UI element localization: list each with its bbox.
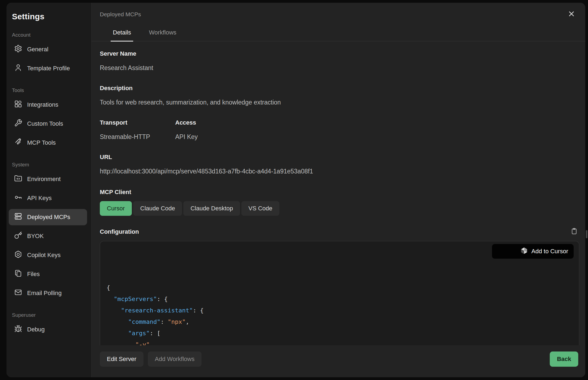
panel-header: Deployed MCPs <box>100 3 579 19</box>
close-button[interactable] <box>567 10 576 19</box>
access-value: API Key <box>175 133 579 141</box>
sidebar-item-label: Email Polling <box>27 290 62 297</box>
sidebar-item-integrations[interactable]: Integrations <box>9 97 87 113</box>
mcp-client-chip-claude-desktop[interactable]: Claude Desktop <box>183 201 240 216</box>
sidebar-item-byok[interactable]: BYOK <box>9 228 87 244</box>
settings-sidebar: Settings AccountGeneralTemplate ProfileT… <box>7 3 92 377</box>
page-backdrop: Settings AccountGeneralTemplate ProfileT… <box>0 0 588 380</box>
access-label: Access <box>175 119 579 126</box>
sidebar-item-label: Copilot Keys <box>27 252 61 259</box>
add-to-cursor-label: Add to Cursor <box>531 248 568 255</box>
panel-scroll-area[interactable]: Deployed MCPs DetailsWorkflows Server Na… <box>92 3 585 345</box>
gear-icon <box>14 45 22 54</box>
sidebar-item-label: Custom Tools <box>27 120 63 127</box>
url-field: URL http://localhost:3000/api/mcp/serve/… <box>100 154 579 175</box>
code-line: "args": [ <box>107 328 573 339</box>
code-line: "command": "npx", <box>107 316 573 328</box>
add-workflows-button[interactable]: Add Workflows <box>148 352 202 367</box>
add-to-cursor-button[interactable]: Add to Cursor <box>492 244 574 259</box>
sidebar-item-copilot-keys[interactable]: Copilot Keys <box>9 247 87 263</box>
cursor-cube-icon <box>497 241 528 263</box>
mcp-client-chip-cursor[interactable]: Cursor <box>100 201 132 216</box>
clipboard-icon <box>571 228 578 236</box>
footer-left-buttons: Edit Server Add Workflows <box>100 352 202 367</box>
server-icon <box>14 212 22 222</box>
code-lines: { "mcpServers": { "research-assistant": … <box>107 282 573 345</box>
code-line: "research-assistant": { <box>107 305 573 316</box>
description-label: Description <box>100 85 579 92</box>
code-line: { <box>107 282 573 293</box>
sidebar-item-api-keys[interactable]: API Keys <box>9 190 87 206</box>
mcp-client-chip-vs-code[interactable]: VS Code <box>241 201 279 216</box>
hexagon-icon <box>14 250 22 260</box>
bug-icon <box>14 325 22 334</box>
sidebar-item-label: General <box>27 46 48 53</box>
mcp-client-chip-claude-code[interactable]: Claude Code <box>133 201 182 216</box>
settings-modal: Settings AccountGeneralTemplate ProfileT… <box>7 3 585 377</box>
sidebar-item-label: BYOK <box>27 233 44 240</box>
copy-configuration-button[interactable] <box>571 228 578 236</box>
sidebar-item-template-profile[interactable]: Template Profile <box>9 60 87 77</box>
description-field: Description Tools for web research, summ… <box>100 85 579 106</box>
sidebar-item-label: Debug <box>27 326 45 333</box>
code-line: "mcpServers": { <box>107 293 573 305</box>
sidebar-item-label: API Keys <box>27 195 52 202</box>
key-round-icon <box>14 231 22 241</box>
configuration-code-block[interactable]: Add to Cursor { "mcpServers": { "researc… <box>100 241 579 345</box>
page-scrollbar-thumb[interactable] <box>586 230 587 238</box>
sidebar-item-custom-tools[interactable]: Custom Tools <box>9 116 87 132</box>
transport-field: Transport Streamable-HTTP <box>100 119 175 141</box>
mcp-client-label: MCP Client <box>100 189 579 196</box>
sidebar-item-label: Environment <box>27 176 61 183</box>
sidebar-item-mcp-tools[interactable]: MCP Tools <box>9 135 87 151</box>
sidebar-item-environment[interactable]: Environment <box>9 171 87 187</box>
panel-title: Deployed MCPs <box>100 11 141 18</box>
mcp-client-chips: CursorClaude CodeClaude DesktopVS Code <box>100 201 579 216</box>
sidebar-item-files[interactable]: Files <box>9 266 87 282</box>
sidebar-item-debug[interactable]: Debug <box>9 321 87 338</box>
url-label: URL <box>100 154 579 161</box>
description-value: Tools for web research, summarization, a… <box>100 99 579 106</box>
sidebar-item-deployed-mcps[interactable]: Deployed MCPs <box>9 209 87 225</box>
transport-value: Streamable-HTTP <box>100 133 175 141</box>
sidebar-item-label: MCP Tools <box>27 139 56 146</box>
mcp-client-section: MCP Client CursorClaude CodeClaude Deskt… <box>100 189 579 216</box>
mcp-icon <box>14 138 22 148</box>
deployed-mcps-panel: Deployed MCPs DetailsWorkflows Server Na… <box>92 3 585 377</box>
tab-workflows[interactable]: Workflows <box>147 26 178 41</box>
wrench-icon <box>14 119 22 129</box>
sidebar-sections: AccountGeneralTemplate ProfileToolsInteg… <box>9 32 87 338</box>
edit-server-button[interactable]: Edit Server <box>100 352 143 367</box>
server-name-label: Server Name <box>100 50 579 57</box>
configuration-row: Configuration <box>100 228 579 236</box>
close-icon <box>567 10 576 19</box>
configuration-label: Configuration <box>100 228 139 235</box>
server-name-value: Research Assistant <box>100 64 579 72</box>
server-name-field: Server Name Research Assistant <box>100 50 579 72</box>
url-value: http://localhost:3000/api/mcp/serve/4853… <box>100 168 579 175</box>
folder-code-icon <box>14 174 22 184</box>
transport-label: Transport <box>100 119 175 126</box>
tab-bar: DetailsWorkflows <box>92 26 585 41</box>
blocks-icon <box>14 100 22 110</box>
section-header-account: Account <box>12 32 87 38</box>
files-icon <box>14 269 22 279</box>
sidebar-item-label: Files <box>27 271 40 278</box>
sidebar-item-email-polling[interactable]: Email Polling <box>9 285 87 301</box>
section-header-superuser: Superuser <box>12 312 87 318</box>
access-field: Access API Key <box>175 119 579 141</box>
mail-icon <box>14 288 22 298</box>
sidebar-item-label: Deployed MCPs <box>27 214 70 221</box>
sidebar-item-general[interactable]: General <box>9 41 87 58</box>
user-icon <box>14 64 22 73</box>
sidebar-item-label: Integrations <box>27 101 58 108</box>
key-icon <box>14 193 22 203</box>
code-line: "-y", <box>107 339 573 345</box>
tab-details[interactable]: Details <box>111 26 133 42</box>
settings-title: Settings <box>12 12 87 21</box>
panel-footer: Edit Server Add Workflows Back <box>92 345 585 377</box>
back-button[interactable]: Back <box>550 352 578 367</box>
transport-access-row: Transport Streamable-HTTP Access API Key <box>100 119 579 141</box>
section-header-tools: Tools <box>12 87 87 93</box>
section-header-system: System <box>12 162 87 168</box>
